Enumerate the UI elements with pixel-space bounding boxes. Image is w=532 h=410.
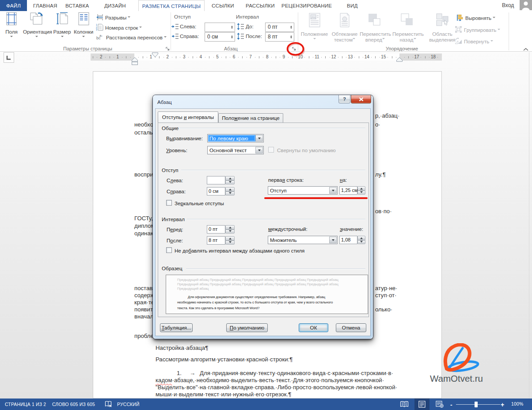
spin-up[interactable] bbox=[290, 34, 292, 37]
spin-down[interactable] bbox=[231, 37, 233, 39]
spin-down-button[interactable] bbox=[225, 241, 235, 245]
document-text-line[interactable]: ов·по· bbox=[375, 208, 392, 215]
combo-dropdown-button[interactable] bbox=[255, 135, 263, 142]
orientation-button[interactable]: Ориентация bbox=[23, 12, 50, 42]
tab-mailings[interactable]: РАССЫЛКИ bbox=[246, 0, 275, 11]
line-numbers-button[interactable]: 123 Номера строк bbox=[95, 23, 142, 31]
document-text-line[interactable]: "Выделить·все"·на·главной·вкладке·справа… bbox=[156, 384, 397, 391]
status-language[interactable]: РУССКИЙ bbox=[117, 402, 140, 407]
left-indent-marker[interactable] bbox=[132, 62, 138, 65]
outline-level-combo[interactable]: Основной текст bbox=[207, 146, 264, 154]
page-setup-dialog-launcher[interactable] bbox=[165, 46, 171, 51]
set-default-button[interactable]: По умолчанию bbox=[226, 323, 268, 332]
bring-forward-button[interactable]: Переместить вперед bbox=[360, 12, 391, 42]
spin-up-button[interactable] bbox=[225, 225, 235, 230]
collapsed-by-default-checkbox[interactable] bbox=[268, 147, 274, 153]
document-text-line[interactable]: Рассмотрим·алгоритм·установки·красной·ст… bbox=[156, 356, 293, 363]
align-button[interactable]: Выровнять bbox=[456, 14, 495, 21]
horizontal-ruler[interactable]: 211234567891011121314151718 bbox=[91, 54, 442, 61]
cancel-button[interactable]: Отмена bbox=[336, 323, 366, 332]
zoom-in-button[interactable]: + bbox=[501, 401, 504, 408]
tab-home[interactable]: ГЛАВНАЯ bbox=[33, 0, 57, 11]
tabs-button[interactable]: Табуляция... bbox=[160, 323, 193, 332]
tab-page-layout[interactable]: РАЗМЕТКА СТРАНИЦЫ bbox=[138, 0, 205, 11]
zoom-out-button[interactable]: - bbox=[450, 401, 452, 408]
selection-pane-button[interactable]: Область выделения bbox=[427, 12, 458, 42]
tab-view[interactable]: ВИД bbox=[347, 0, 358, 11]
indent-left-spinbox[interactable] bbox=[207, 176, 235, 184]
spin-up-button[interactable] bbox=[225, 236, 235, 241]
no-space-same-style-checkbox[interactable] bbox=[166, 247, 172, 253]
document-text-line[interactable]: кадом·абзаце,·необходимо·выделить·весть·… bbox=[156, 377, 384, 383]
tab-insert[interactable]: ВСТАВКА bbox=[65, 0, 89, 11]
indent-right-spinbox[interactable]: 0 см bbox=[207, 187, 235, 195]
by-spinbox[interactable]: 1,25 см bbox=[339, 186, 365, 195]
document-text-line[interactable]: мыши·и·выделим·текст·или·нужный·его·отре… bbox=[156, 391, 291, 398]
document-text-line[interactable]: лу.¶ bbox=[375, 171, 386, 178]
columns-button[interactable]: Колонки bbox=[73, 12, 94, 42]
document-text-line[interactable]: Настройка·абзаца¶ bbox=[156, 345, 208, 351]
tab-review[interactable]: РЕЦЕНЗИРОВАНИЕ bbox=[281, 0, 332, 11]
read-mode-button[interactable] bbox=[397, 399, 412, 410]
spin-up-button[interactable] bbox=[357, 236, 365, 240]
spin-up-button[interactable] bbox=[357, 186, 365, 191]
hanging-indent-marker[interactable] bbox=[131, 57, 138, 65]
tab-design[interactable]: ДИЗАЙН bbox=[104, 0, 126, 11]
web-layout-button[interactable] bbox=[432, 399, 447, 410]
spin-up[interactable] bbox=[290, 25, 292, 27]
sign-in-link[interactable]: Вход bbox=[502, 0, 514, 11]
margins-button[interactable]: Поля bbox=[2, 12, 21, 42]
combo-dropdown-button[interactable] bbox=[255, 147, 263, 153]
zoom-slider-handle[interactable] bbox=[475, 402, 478, 407]
combo-dropdown-button[interactable] bbox=[329, 187, 337, 194]
document-text-line[interactable]: р,·абзац· bbox=[375, 112, 399, 119]
spin-down[interactable] bbox=[290, 27, 292, 30]
spin-down-button[interactable] bbox=[225, 180, 235, 185]
spin-up-button[interactable] bbox=[225, 176, 235, 180]
document-text-line[interactable]: олько· bbox=[375, 306, 392, 313]
indent-left-input[interactable] bbox=[205, 23, 235, 32]
avatar[interactable] bbox=[520, 0, 532, 10]
spin-down[interactable] bbox=[290, 37, 292, 39]
zoom-slider-track[interactable] bbox=[456, 404, 500, 405]
proofing-status-icon[interactable] bbox=[105, 401, 112, 409]
wrap-text-button[interactable]: Обтекание текстом bbox=[331, 12, 359, 42]
tab-file[interactable]: ФАЙЛ bbox=[0, 0, 27, 11]
document-text-line[interactable]: Для·придания·всему·тексту·одинакового·ви… bbox=[200, 370, 393, 376]
document-text-line[interactable]: → bbox=[190, 370, 195, 376]
spacing-before-input[interactable]: 0 пт bbox=[265, 23, 294, 32]
spin-up[interactable] bbox=[231, 25, 233, 27]
line-spacing-combo[interactable]: Множитель bbox=[268, 236, 338, 244]
indent-right-input[interactable]: 0 см bbox=[205, 32, 235, 42]
right-indent-marker[interactable] bbox=[396, 57, 403, 62]
ok-button[interactable]: ОК bbox=[299, 323, 328, 332]
spin-down-button[interactable] bbox=[357, 240, 365, 245]
document-text-line[interactable]: ступ·от· bbox=[375, 292, 396, 299]
combo-dropdown-button[interactable] bbox=[329, 237, 337, 243]
zoom-level[interactable]: 100% bbox=[511, 402, 523, 406]
spacing-before-spinbox[interactable]: 0 пт bbox=[207, 225, 235, 234]
tab-references[interactable]: ССЫЛКИ bbox=[212, 0, 234, 11]
spin-up[interactable] bbox=[231, 34, 233, 37]
print-layout-button[interactable] bbox=[414, 399, 429, 410]
status-page-count[interactable]: СТРАНИЦА 1 ИЗ 2 bbox=[5, 402, 46, 407]
breaks-button[interactable]: Разрывы bbox=[96, 14, 130, 21]
document-text-line[interactable]: о· bbox=[375, 121, 380, 128]
tab-stop-selector[interactable] bbox=[4, 52, 14, 63]
spin-down-button[interactable] bbox=[225, 230, 235, 234]
hyphenation-button[interactable]: a- bc Расстановка переносов bbox=[96, 33, 167, 41]
spin-down-button[interactable] bbox=[357, 191, 365, 195]
rotate-button[interactable]: Повернуть bbox=[455, 37, 493, 45]
send-backward-button[interactable]: Переместить назад bbox=[392, 12, 423, 42]
spin-down[interactable] bbox=[231, 27, 233, 30]
document-text-line[interactable]: атур·не· bbox=[375, 285, 397, 291]
alignment-combo[interactable]: По левому краю bbox=[207, 134, 264, 142]
first-line-indent-marker[interactable] bbox=[152, 52, 159, 57]
size-button[interactable]: Размер bbox=[53, 12, 72, 42]
status-word-count[interactable]: СЛОВО 605 ИЗ 605 bbox=[52, 402, 95, 407]
mirror-indents-checkbox[interactable] bbox=[166, 200, 172, 206]
group-button[interactable]: Группировать bbox=[455, 26, 500, 33]
spin-up-button[interactable] bbox=[225, 187, 235, 192]
first-line-combo[interactable]: Отступ bbox=[268, 186, 338, 195]
document-text-line[interactable]: 1. bbox=[177, 370, 182, 376]
